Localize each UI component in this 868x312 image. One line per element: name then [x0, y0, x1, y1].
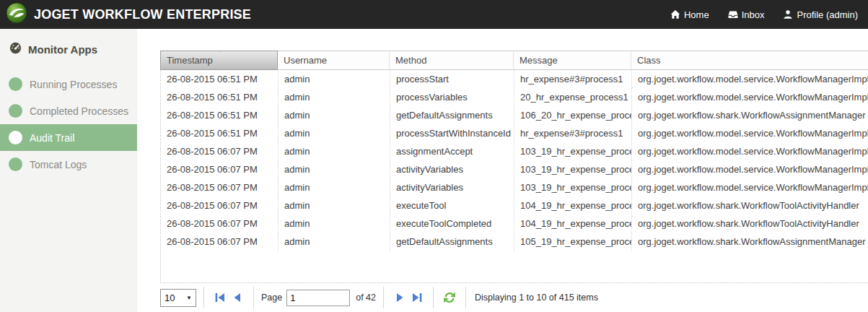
page-label: Page — [261, 292, 282, 303]
pager-divider — [383, 287, 384, 308]
column-header-label: Username — [284, 55, 327, 66]
column-header-method[interactable]: Method — [390, 51, 514, 70]
next-page-button[interactable] — [391, 290, 408, 305]
sidebar-section-label: Monitor Apps — [28, 43, 97, 56]
cell-class: org.joget.workflow.shark.WorkflowToolAct… — [632, 196, 868, 214]
first-page-button[interactable] — [211, 290, 229, 305]
pager-divider — [465, 287, 466, 308]
table-row[interactable]: 26-08-2015 06:07 PMadminexecuteTool104_1… — [161, 196, 868, 214]
cell-timestamp: 26-08-2015 06:51 PM — [161, 106, 279, 124]
grid-header-row: TimestampUsernameMethodMessageClass — [160, 51, 868, 70]
cell-timestamp: 26-08-2015 06:51 PM — [161, 70, 279, 88]
cell-message: hr_expense#3#process1 — [514, 124, 632, 142]
cell-method: executeTool — [390, 196, 514, 214]
column-header-timestamp[interactable]: Timestamp — [160, 51, 278, 70]
pager-divider — [253, 287, 254, 308]
cell-class: org.joget.workflow.model.service.Workflo… — [632, 178, 868, 196]
cell-method: activityVariables — [390, 160, 514, 178]
pager-divider — [433, 287, 434, 308]
column-header-class[interactable]: Class — [631, 51, 868, 70]
circle-bullet-icon — [9, 131, 22, 144]
cell-timestamp: 26-08-2015 06:07 PM — [161, 214, 279, 233]
total-pages-label: of 42 — [356, 292, 376, 303]
table-row[interactable]: 26-08-2015 06:07 PMadmingetDefaultAssign… — [161, 233, 868, 251]
table-row[interactable]: 26-08-2015 06:51 PMadminprocessStarthr_e… — [161, 70, 868, 88]
column-header-message[interactable]: Message — [514, 51, 631, 70]
table-row[interactable]: 26-08-2015 06:51 PMadminprocessStartWith… — [161, 124, 868, 142]
chevron-down-icon: ▼ — [186, 295, 192, 301]
cell-username: admin — [279, 233, 390, 251]
cell-username: admin — [279, 214, 390, 233]
cell-username: admin — [279, 142, 390, 160]
nav-item-profile[interactable]: Profile (admin) — [783, 9, 858, 20]
refresh-icon[interactable] — [441, 290, 458, 305]
column-header-label: Message — [520, 55, 558, 66]
nav-item-inbox[interactable]: Inbox — [728, 9, 765, 20]
last-page-button[interactable] — [408, 290, 426, 305]
audit-trail-grid: TimestampUsernameMethodMessageClass 26-0… — [160, 51, 868, 283]
sort-desc-icon — [215, 51, 224, 52]
cell-class: org.joget.workflow.model.service.Workflo… — [632, 142, 868, 160]
page-size-select[interactable]: 10 ▼ — [160, 289, 196, 307]
cell-message: 20_hr_expense_process1 — [514, 88, 632, 106]
cell-method: getDefaultAssignments — [390, 233, 514, 251]
cell-method: getDefaultAssignments — [390, 106, 514, 124]
cell-username: admin — [279, 106, 390, 124]
cell-timestamp: 26-08-2015 06:07 PM — [161, 178, 279, 196]
cell-message: 103_19_hr_expense_process1 — [514, 142, 632, 160]
inbox-icon — [728, 9, 738, 20]
nav-item-home[interactable]: Home — [670, 9, 709, 20]
sidebar-item-running-processes[interactable]: Running Processes — [0, 71, 137, 98]
cell-message: 104_19_hr_expense_process1 — [514, 196, 632, 214]
cell-message: 103_19_hr_expense_process1 — [514, 178, 632, 196]
cell-method: processStart — [390, 70, 514, 88]
cell-username: admin — [279, 88, 390, 106]
table-row[interactable]: 26-08-2015 06:07 PMadminexecuteToolCompl… — [161, 214, 868, 233]
cell-class: org.joget.workflow.model.service.Workflo… — [632, 88, 868, 106]
sidebar-item-audit-trail[interactable]: Audit Trail — [0, 124, 137, 151]
brand-title: JOGET WORKFLOW ENTERPRISE — [34, 7, 251, 22]
nav-item-label: Inbox — [742, 9, 765, 20]
pager-status-text: Displaying 1 to 10 of 415 items — [475, 292, 598, 303]
sidebar-section-title: Monitor Apps — [0, 29, 137, 66]
cell-timestamp: 26-08-2015 06:07 PM — [161, 160, 279, 178]
prev-page-button[interactable] — [229, 290, 246, 305]
nav-item-label: Home — [684, 9, 709, 20]
cell-method: executeToolCompleted — [390, 214, 514, 233]
table-row[interactable]: 26-08-2015 06:07 PMadminactivityVariable… — [161, 160, 868, 178]
grid-body: 26-08-2015 06:51 PMadminprocessStarthr_e… — [160, 70, 868, 283]
sidebar-item-completed-processes[interactable]: Completed Processes — [0, 98, 137, 124]
cell-class: org.joget.workflow.shark.WorkflowAssignm… — [632, 106, 868, 124]
cell-method: activityVariables — [390, 178, 514, 196]
cell-message: 106_20_hr_expense_process1 — [514, 106, 632, 124]
cell-class: org.joget.workflow.model.service.Workflo… — [632, 160, 868, 178]
top-header-bar: JOGET WORKFLOW ENTERPRISE HomeInboxProfi… — [0, 0, 868, 29]
page-number-input[interactable] — [286, 290, 350, 306]
circle-bullet-icon — [9, 157, 22, 171]
cell-username: admin — [279, 178, 390, 196]
cell-method: assignmentAccept — [390, 142, 514, 160]
sidebar: Monitor Apps Running ProcessesCompleted … — [0, 29, 137, 312]
cell-timestamp: 26-08-2015 06:51 PM — [161, 124, 279, 142]
cell-username: admin — [279, 70, 390, 88]
circle-bullet-icon — [9, 77, 22, 91]
home-icon — [670, 9, 680, 20]
sidebar-item-label: Running Processes — [30, 79, 117, 90]
page-size-value: 10 — [165, 292, 175, 303]
column-header-label: Method — [395, 55, 426, 66]
table-row[interactable]: 26-08-2015 06:51 PMadmingetDefaultAssign… — [161, 106, 868, 124]
cell-username: admin — [279, 160, 390, 178]
cell-method: processStartWithInstanceId — [390, 124, 514, 142]
cell-username: admin — [279, 124, 390, 142]
column-header-username[interactable]: Username — [278, 51, 390, 70]
grid-pager: 10 ▼ Page of 42 Displaying 1 to 10 of 41… — [160, 283, 868, 312]
table-row[interactable]: 26-08-2015 06:51 PMadminprocessVariables… — [161, 88, 868, 106]
brand-logo-link[interactable]: JOGET WORKFLOW ENTERPRISE — [6, 2, 251, 27]
dashboard-icon — [9, 42, 22, 56]
circle-bullet-icon — [9, 104, 22, 118]
table-row[interactable]: 26-08-2015 06:07 PMadminassignmentAccept… — [161, 142, 868, 160]
sidebar-item-label: Tomcat Logs — [30, 159, 87, 170]
sidebar-item-tomcat-logs[interactable]: Tomcat Logs — [0, 151, 137, 178]
cell-timestamp: 26-08-2015 06:07 PM — [161, 142, 279, 160]
table-row[interactable]: 26-08-2015 06:07 PMadminactivityVariable… — [161, 178, 868, 196]
